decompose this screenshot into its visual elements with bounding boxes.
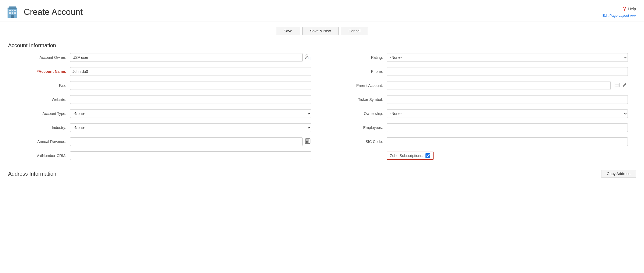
account-name-label: *Account Name:: [16, 69, 70, 74]
fax-input[interactable]: [70, 81, 311, 90]
account-owner-lookup-icon[interactable]: [304, 54, 311, 61]
sic-code-input[interactable]: [387, 137, 628, 146]
account-owner-field: [70, 53, 311, 62]
edit-page-layout-link[interactable]: Edit Page Layout »»»: [603, 13, 636, 18]
header-right: ❓ Help Edit Page Layout »»»: [603, 6, 636, 18]
svg-rect-27: [617, 86, 617, 86]
rating-label: Rating:: [333, 55, 387, 60]
ticker-symbol-input[interactable]: [387, 95, 628, 104]
ticker-symbol-row: Ticker Symbol:: [333, 95, 628, 104]
account-owner-input[interactable]: [70, 53, 303, 62]
svg-rect-24: [617, 85, 617, 86]
website-input[interactable]: [70, 95, 311, 104]
ticker-symbol-label: Ticker Symbol:: [333, 97, 387, 102]
website-label: Website:: [16, 97, 70, 102]
svg-rect-15: [306, 141, 307, 142]
help-link[interactable]: ❓ Help: [622, 6, 636, 11]
account-name-row: *Account Name:: [16, 67, 311, 76]
parent-account-edit-icon[interactable]: [621, 82, 628, 89]
industry-label: Industry:: [16, 125, 70, 130]
svg-rect-18: [306, 142, 307, 143]
save-button[interactable]: Save: [276, 27, 300, 35]
website-row: Website:: [16, 95, 311, 104]
svg-rect-7: [14, 12, 16, 14]
app-icon: [5, 5, 19, 19]
svg-line-12: [310, 59, 310, 59]
employees-input[interactable]: [387, 123, 628, 132]
account-info-form: Account Owner: *Account Name:: [0, 53, 644, 165]
page-title: Create Account: [24, 7, 83, 17]
account-type-row: Account Type: -None- Analyst Competitor …: [16, 109, 311, 118]
svg-rect-5: [9, 12, 11, 14]
vatnumber-row: VatNumber-CRM:: [16, 151, 311, 160]
left-column: Account Owner: *Account Name:: [5, 53, 322, 165]
rating-select[interactable]: -None- Acquired Active Market Failed Pro…: [387, 53, 628, 62]
svg-rect-4: [14, 10, 16, 11]
page-header: Create Account ❓ Help Edit Page Layout »…: [0, 0, 644, 22]
employees-label: Employees:: [333, 125, 387, 130]
phone-row: Phone:: [333, 67, 628, 76]
annual-revenue-field: [70, 137, 311, 146]
copy-address-button[interactable]: Copy Address: [601, 170, 636, 178]
annual-revenue-row: Annual Revenue:: [16, 137, 311, 146]
zoho-subscriptions-checkbox[interactable]: [425, 153, 430, 158]
phone-label: Phone:: [333, 69, 387, 74]
svg-rect-25: [618, 85, 618, 86]
toolbar: Save Save & New Cancel: [0, 22, 644, 40]
svg-rect-8: [11, 15, 14, 18]
annual-revenue-label: Annual Revenue:: [16, 139, 70, 144]
parent-account-row: Parent Account:: [333, 81, 628, 90]
svg-rect-2: [9, 10, 11, 11]
vatnumber-input[interactable]: [70, 151, 311, 160]
cancel-button[interactable]: Cancel: [341, 27, 368, 35]
employees-row: Employees:: [333, 123, 628, 132]
svg-rect-6: [12, 12, 13, 14]
svg-point-11: [308, 57, 310, 59]
vatnumber-label: VatNumber-CRM:: [16, 153, 70, 158]
calculator-icon[interactable]: [304, 138, 311, 145]
ownership-label: Ownership:: [333, 111, 387, 116]
svg-rect-16: [307, 141, 308, 142]
svg-rect-3: [12, 10, 13, 11]
rating-row: Rating: -None- Acquired Active Market Fa…: [333, 53, 628, 62]
parent-account-input[interactable]: [387, 81, 611, 90]
ownership-row: Ownership: -None- Public Private Subsidi…: [333, 109, 628, 118]
phone-input[interactable]: [387, 67, 628, 76]
right-column: Rating: -None- Acquired Active Market Fa…: [322, 53, 639, 165]
parent-account-lookup-icon[interactable]: [614, 82, 620, 89]
help-question-icon: ❓: [622, 6, 627, 11]
zoho-subscriptions-container: Zoho Subscriptions:: [387, 152, 434, 160]
header-left: Create Account: [5, 5, 83, 19]
parent-account-label: Parent Account:: [333, 83, 387, 88]
svg-rect-26: [616, 86, 616, 86]
address-info-section: Address Information Copy Address: [0, 165, 644, 180]
parent-account-icons: [614, 82, 628, 89]
help-label[interactable]: Help: [628, 7, 636, 11]
svg-line-29: [625, 84, 626, 84]
sic-code-row: SIC Code:: [333, 137, 628, 146]
svg-rect-20: [309, 142, 309, 143]
svg-rect-19: [307, 142, 308, 143]
fax-label: Fax:: [16, 83, 70, 88]
zoho-subscriptions-row: Zoho Subscriptions:: [333, 151, 628, 160]
svg-rect-28: [618, 86, 618, 86]
svg-rect-14: [306, 139, 309, 141]
zoho-subscriptions-text: Zoho Subscriptions:: [390, 153, 423, 158]
account-info-section-title: Account Information: [0, 40, 644, 53]
svg-rect-17: [309, 141, 309, 142]
sic-code-label: SIC Code:: [333, 139, 387, 144]
parent-account-field: [387, 81, 628, 90]
svg-rect-23: [616, 85, 616, 86]
account-name-input[interactable]: [70, 67, 311, 76]
account-type-label: Account Type:: [16, 111, 70, 116]
annual-revenue-input[interactable]: [70, 137, 303, 146]
industry-select[interactable]: -None- Technology Finance Healthcare Edu…: [70, 123, 311, 132]
account-owner-label: Account Owner:: [16, 55, 70, 60]
svg-point-10: [306, 55, 308, 57]
svg-rect-1: [9, 6, 16, 9]
account-type-select[interactable]: -None- Analyst Competitor Customer Distr…: [70, 109, 311, 118]
ownership-select[interactable]: -None- Public Private Subsidiary Other: [387, 109, 628, 118]
industry-row: Industry: -None- Technology Finance Heal…: [16, 123, 311, 132]
save-new-button[interactable]: Save & New: [302, 27, 339, 35]
address-info-title: Address Information: [8, 171, 56, 177]
